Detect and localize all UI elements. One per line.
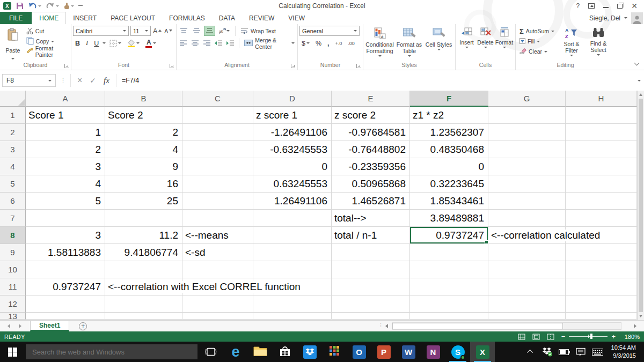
cell-C8[interactable]: <--means <box>182 227 253 244</box>
formula-bar-splitter[interactable]: ⋮ <box>60 77 66 84</box>
normal-view-icon[interactable] <box>518 334 525 340</box>
percent-style-button[interactable]: % <box>313 38 324 48</box>
cell-C3[interactable] <box>182 141 253 158</box>
cell-C12[interactable] <box>182 295 253 313</box>
tray-chevron-up-icon[interactable] <box>523 342 539 362</box>
row-header-9[interactable]: 9 <box>0 244 26 261</box>
column-header-H[interactable]: H <box>566 91 637 107</box>
cell-H2[interactable] <box>566 124 637 141</box>
cell-F13[interactable] <box>410 313 488 320</box>
cell-F8[interactable]: 0.9737247 <box>410 227 488 244</box>
cell-H9[interactable] <box>566 244 637 261</box>
cell-A10[interactable] <box>26 261 105 278</box>
top-align-button[interactable] <box>178 26 189 36</box>
cell-A5[interactable]: 4 <box>26 175 105 193</box>
cell-A3[interactable]: 2 <box>26 141 105 158</box>
cell-D12[interactable] <box>253 295 332 313</box>
zoom-out-button[interactable]: − <box>561 333 566 340</box>
column-header-F[interactable]: F <box>410 91 488 107</box>
cell-A9[interactable]: 1.58113883 <box>26 244 105 261</box>
zoom-slider[interactable] <box>569 336 608 337</box>
taskbar-clock[interactable]: 10:54 AM 9/3/2015 <box>611 344 636 360</box>
next-sheet-icon[interactable] <box>19 324 21 328</box>
cell-B6[interactable]: 25 <box>105 193 182 210</box>
column-header-G[interactable]: G <box>488 91 566 107</box>
font-color-button[interactable]: A <box>143 38 158 48</box>
cell-H13[interactable] <box>566 313 637 320</box>
cell-F6[interactable]: 1.85343461 <box>410 193 488 210</box>
excel-taskbar-button[interactable]: X <box>470 342 495 362</box>
cell-B5[interactable]: 16 <box>105 175 182 193</box>
touch-keyboard-icon[interactable] <box>589 342 606 362</box>
onenote-button[interactable]: N <box>421 342 445 362</box>
format-painter-button[interactable]: Format Painter <box>25 47 69 56</box>
touch-mode-button[interactable] <box>63 3 74 10</box>
zoom-in-button[interactable]: + <box>611 333 616 340</box>
close-button[interactable]: ✕ <box>631 2 638 10</box>
cell-E12[interactable] <box>332 295 410 313</box>
bold-button[interactable]: B <box>73 38 82 48</box>
cell-F3[interactable]: 0.48350468 <box>410 141 488 158</box>
cell-D2[interactable]: -1.26491106 <box>253 124 332 141</box>
cell-D6[interactable]: 1.26491106 <box>253 193 332 210</box>
row-header-7[interactable]: 7 <box>0 210 26 227</box>
cell-E4[interactable]: -0.23359356 <box>332 158 410 175</box>
middle-align-button[interactable] <box>191 26 202 36</box>
cell-G10[interactable] <box>488 261 566 278</box>
cell-styles-button[interactable]: Cell Styles <box>424 26 453 50</box>
cell-A2[interactable]: 1 <box>26 124 105 141</box>
zoom-level[interactable]: 180% <box>623 334 640 340</box>
fill-button[interactable]: Fill <box>518 37 558 46</box>
cell-E7[interactable]: total--> <box>332 210 410 227</box>
dropbox-button[interactable] <box>297 342 322 362</box>
align-center-button[interactable] <box>190 38 200 48</box>
font-dialog-launcher-icon[interactable] <box>170 64 174 68</box>
undo-button[interactable] <box>28 2 41 10</box>
cell-B12[interactable] <box>105 295 182 313</box>
cell-E3[interactable]: -0.76448802 <box>332 141 410 158</box>
number-format-select[interactable]: General <box>299 26 360 36</box>
clipboard-dialog-launcher-icon[interactable] <box>64 64 69 68</box>
row-header-6[interactable]: 6 <box>0 193 26 210</box>
cancel-icon[interactable]: × <box>77 76 82 85</box>
restore-button[interactable] <box>617 2 623 10</box>
cell-D7[interactable] <box>253 210 332 227</box>
cell-E9[interactable] <box>332 244 410 261</box>
row-header-8[interactable]: 8 <box>0 227 26 244</box>
cell-A4[interactable]: 3 <box>26 158 105 175</box>
cell-C13[interactable] <box>182 313 253 320</box>
cell-H10[interactable] <box>566 261 637 278</box>
tray-battery-icon[interactable] <box>556 342 573 362</box>
comma-style-button[interactable]: , <box>325 38 331 48</box>
number-dialog-launcher-icon[interactable] <box>356 64 361 68</box>
action-center-icon[interactable] <box>573 342 589 362</box>
align-left-button[interactable] <box>178 38 188 48</box>
cell-A1[interactable]: Score 1 <box>26 107 105 124</box>
row-header-1[interactable]: 1 <box>0 107 26 124</box>
merge-center-button[interactable]: Merge & Center <box>243 39 296 48</box>
account-menu[interactable]: Siegle, Del <box>589 12 643 24</box>
enter-icon[interactable]: ✓ <box>90 76 96 85</box>
cell-B1[interactable]: Score 2 <box>105 107 182 124</box>
cell-G6[interactable] <box>488 193 566 210</box>
bottom-align-button[interactable] <box>204 26 215 36</box>
cell-B10[interactable] <box>105 261 182 278</box>
cell-B13[interactable] <box>105 313 182 320</box>
tab-insert[interactable]: INSERT <box>66 12 104 24</box>
cell-A8[interactable]: 3 <box>26 227 105 244</box>
conditional-formatting-button[interactable]: ≠ Conditional Formatting <box>365 26 394 57</box>
cell-G7[interactable] <box>488 210 566 227</box>
cell-A6[interactable]: 5 <box>26 193 105 210</box>
decrease-indent-button[interactable] <box>214 38 224 48</box>
cell-C4[interactable] <box>182 158 253 175</box>
cell-A12[interactable] <box>26 295 105 313</box>
font-size-select[interactable]: 11 <box>130 26 151 36</box>
cell-D1[interactable]: z score 1 <box>253 107 332 124</box>
cell-F10[interactable] <box>410 261 488 278</box>
cell-F7[interactable]: 3.89489881 <box>410 210 488 227</box>
row-header-11[interactable]: 11 <box>0 278 26 295</box>
cell-G13[interactable] <box>488 313 566 320</box>
font-family-select[interactable]: Calibri <box>73 26 129 36</box>
increase-indent-button[interactable] <box>225 38 236 48</box>
cell-G1[interactable] <box>488 107 566 124</box>
